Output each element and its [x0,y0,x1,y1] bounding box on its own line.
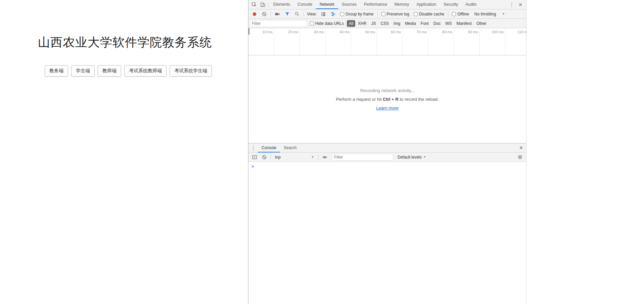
entry-button-教师端[interactable]: 教师端 [98,65,121,77]
throttling-select[interactable]: No throttling ▼ [474,12,505,16]
devtools-panel: ElementsConsoleNetworkSourcesPerformance… [248,0,526,304]
disable-cache-checkbox[interactable] [414,12,418,16]
network-type-filter-doc[interactable]: Doc [431,20,443,27]
recording-activity-text: Recording network activity... [360,88,415,93]
tab-sources[interactable]: Sources [338,0,360,9]
timeline-tick: 10 ms [248,28,274,55]
live-expression-eye-icon[interactable] [320,153,329,162]
tab-network[interactable]: Network [316,0,338,9]
console-prompt-chevron-icon: > [251,164,254,169]
network-empty-state: Recording network activity... Perform a … [248,55,526,143]
console-sidebar-icon[interactable] [250,153,259,162]
timeline-tick: 110 ms [505,28,526,55]
network-type-filter-js[interactable]: JS [369,20,378,27]
timeline-tick: 100 ms [480,28,506,55]
separator [271,155,271,160]
learn-more-link[interactable]: Learn more [376,105,398,111]
view-label: View: [307,12,317,16]
timeline-tick: 80 ms [428,28,454,55]
record-icon[interactable] [250,10,259,18]
network-type-filter-other[interactable]: Other [474,20,489,27]
timeline-tick: 60 ms [377,28,403,55]
network-toolbar: View: Group by frame Preserve log [248,9,526,19]
network-type-filter-all[interactable]: All [347,20,355,27]
tab-application[interactable]: Application [413,0,440,9]
entry-button-学生端[interactable]: 学生端 [71,65,95,77]
separator [271,11,271,17]
drawer-header: ⋮ ConsoleSearch × [248,143,526,153]
more-options-icon[interactable]: ⋮ [507,0,516,9]
drawer-more-icon[interactable]: ⋮ [249,143,258,152]
network-overview-timeline[interactable]: 10 ms20 ms30 ms40 ms50 ms60 ms70 ms80 ms… [248,28,526,55]
chevron-down-icon: ▼ [502,13,505,15]
entry-button-考试系统教师端[interactable]: 考试系统教师端 [124,65,167,77]
clear-console-icon[interactable] [260,153,269,162]
preserve-log-label: Preserve log [387,12,409,16]
separator [268,2,269,7]
offline-checkbox[interactable] [452,12,456,16]
inspect-element-icon[interactable] [250,0,259,9]
devtools-drawer: ⋮ ConsoleSearch × top ▼ [248,143,526,304]
log-levels-select[interactable]: Default levels ▼ [398,155,426,160]
disable-cache-label: Disable cache [419,12,444,16]
entry-button-考试系统学生端[interactable]: 考试系统学生端 [170,65,212,77]
search-icon[interactable] [292,10,301,18]
network-filter-input[interactable] [250,20,307,27]
tab-performance[interactable]: Performance [360,0,391,9]
console-toolbar: top ▼ Default levels ▼ ⚙ [248,153,526,162]
hide-data-urls-option: Hide data URLs [310,21,344,26]
capture-screenshots-icon[interactable] [273,10,282,18]
show-overview-icon[interactable] [329,10,337,18]
tab-security[interactable]: Security [440,0,462,9]
log-levels-value: Default levels [398,155,422,160]
separator [318,155,318,160]
tab-elements[interactable]: Elements [270,0,294,9]
timeline-tick: 90 ms [454,28,480,55]
network-type-filter-img[interactable]: Img [392,20,402,27]
chevron-down-icon: ▼ [311,156,314,159]
group-by-frame-checkbox[interactable] [340,12,344,16]
console-messages-area: > [248,162,526,304]
filter-funnel-icon[interactable] [283,10,291,18]
timeline-tick: 30 ms [300,28,326,55]
network-type-filter-media[interactable]: Media [403,20,418,27]
tab-audits[interactable]: Audits [462,0,480,9]
console-settings-gear-icon[interactable]: ⚙ [516,153,524,162]
disable-cache-option: Disable cache [414,12,444,16]
close-drawer-icon[interactable]: × [517,143,525,152]
preserve-log-checkbox[interactable] [381,12,385,16]
network-filter-bar: Hide data URLs AllXHRJSCSSImgMediaFontDo… [248,19,526,28]
separator [448,11,448,17]
timeline-tick: 70 ms [403,28,428,55]
timeline-start-marker [248,28,249,35]
offline-option: Offline [452,12,469,16]
tab-console[interactable]: Console [294,0,316,9]
network-type-filter-css[interactable]: CSS [378,20,391,27]
web-page-pane: 山西农业大学软件学院教务系统 教务端学生端教师端考试系统教师端考试系统学生端 [0,0,248,304]
page-title: 山西农业大学软件学院教务系统 [38,34,248,51]
network-type-filter-xhr[interactable]: XHR [356,20,368,27]
network-type-filter-font[interactable]: Font [419,20,431,27]
network-type-filter-ws[interactable]: WS [443,20,454,27]
hide-data-urls-checkbox[interactable] [310,21,314,26]
device-toolbar-icon[interactable] [259,0,267,9]
chevron-down-icon: ▼ [423,156,426,159]
timeline-tick: 20 ms [274,28,300,55]
throttling-value: No throttling [474,12,496,16]
console-filter-input[interactable] [332,154,393,161]
separator [303,11,304,17]
group-by-frame-label: Group by frame [346,12,373,16]
timeline-tick: 50 ms [351,28,377,55]
drawer-tab-search[interactable]: Search [280,143,300,153]
network-type-filter-manifest[interactable]: Manifest [455,20,474,27]
tab-memory[interactable]: Memory [391,0,413,9]
execution-context-value: top [275,155,281,160]
close-devtools-icon[interactable]: × [516,0,525,9]
clear-icon[interactable] [260,10,269,18]
view-large-rows-icon[interactable] [319,10,328,18]
execution-context-select[interactable]: top ▼ [273,155,316,160]
record-hint-text: Perform a request or hit Ctrl + R to rec… [336,97,439,102]
entry-button-教务端[interactable]: 教务端 [45,65,68,77]
console-prompt[interactable]: > [248,162,526,169]
drawer-tab-console[interactable]: Console [258,143,280,153]
